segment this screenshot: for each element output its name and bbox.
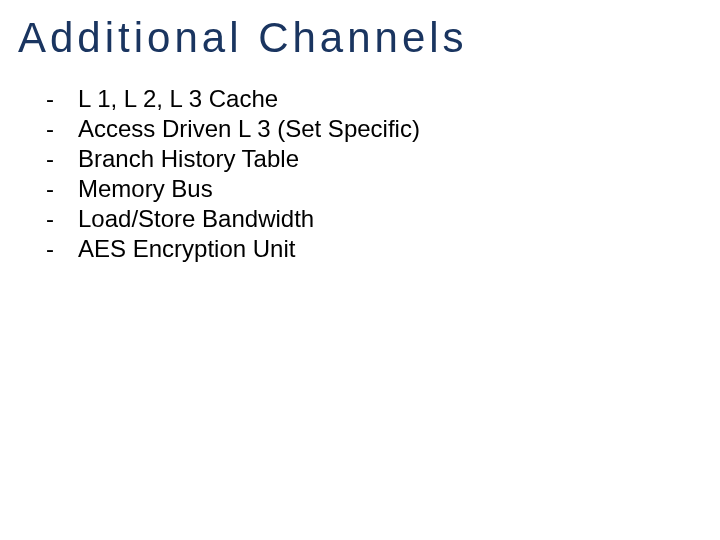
slide-title: Additional Channels bbox=[18, 14, 702, 62]
bullet-marker: - bbox=[46, 114, 78, 144]
bullet-marker: - bbox=[46, 204, 78, 234]
bullet-list: - L 1, L 2, L 3 Cache - Access Driven L … bbox=[18, 84, 702, 264]
bullet-text: Branch History Table bbox=[78, 144, 702, 174]
list-item: - AES Encryption Unit bbox=[46, 234, 702, 264]
list-item: - L 1, L 2, L 3 Cache bbox=[46, 84, 702, 114]
bullet-text: L 1, L 2, L 3 Cache bbox=[78, 84, 702, 114]
bullet-marker: - bbox=[46, 174, 78, 204]
bullet-marker: - bbox=[46, 84, 78, 114]
bullet-marker: - bbox=[46, 144, 78, 174]
bullet-text: Access Driven L 3 (Set Specific) bbox=[78, 114, 702, 144]
bullet-text: Load/Store Bandwidth bbox=[78, 204, 702, 234]
bullet-marker: - bbox=[46, 234, 78, 264]
list-item: - Branch History Table bbox=[46, 144, 702, 174]
list-item: - Access Driven L 3 (Set Specific) bbox=[46, 114, 702, 144]
bullet-text: Memory Bus bbox=[78, 174, 702, 204]
list-item: - Load/Store Bandwidth bbox=[46, 204, 702, 234]
bullet-text: AES Encryption Unit bbox=[78, 234, 702, 264]
list-item: - Memory Bus bbox=[46, 174, 702, 204]
